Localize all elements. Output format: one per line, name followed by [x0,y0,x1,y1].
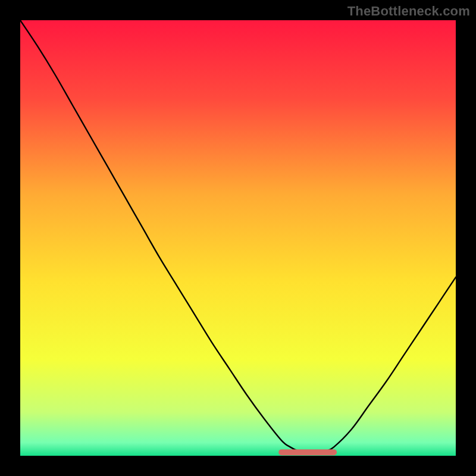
plot-area [20,20,456,456]
chart-frame: TheBottleneck.com [0,0,476,476]
gradient-background [20,20,456,456]
watermark-text: TheBottleneck.com [347,4,470,19]
chart-svg [20,20,456,456]
